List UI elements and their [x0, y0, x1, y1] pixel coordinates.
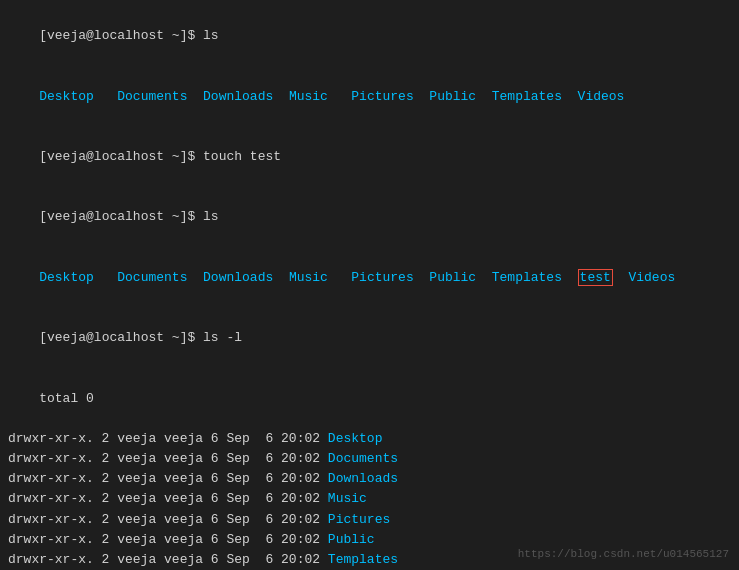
terminal-line: [veeja@localhost ~]$ ls — [8, 6, 731, 66]
terminal-line: drwxr-xr-x. 2 veeja veeja 6 Sep 6 20:02 … — [8, 489, 731, 509]
file-perms: drwxr-xr-x. 2 veeja veeja 6 Sep 6 20:02 — [8, 491, 328, 506]
spacer — [187, 270, 203, 285]
ls-item: Public — [429, 89, 476, 104]
prompt-text: [veeja@localhost ~]$ ls -l — [39, 330, 242, 345]
file-perms: drwxr-xr-x. 2 veeja veeja 6 Sep 6 20:02 — [8, 512, 328, 527]
file-perms: drwxr-xr-x. 2 veeja veeja 6 Sep 6 20:02 — [8, 451, 328, 466]
ls-item: Music — [289, 270, 328, 285]
terminal-line: [veeja@localhost ~]$ ls -l — [8, 308, 731, 368]
spacer — [94, 270, 117, 285]
file-name: Pictures — [328, 512, 390, 527]
watermark: https://blog.csdn.net/u014565127 — [518, 548, 729, 560]
spacer — [273, 89, 289, 104]
spacer — [476, 89, 492, 104]
file-name: Desktop — [328, 431, 383, 446]
file-name: Public — [328, 532, 375, 547]
ls-item: Desktop — [39, 89, 94, 104]
ls-item: Documents — [117, 89, 187, 104]
spacer — [414, 89, 430, 104]
file-perms: drwxr-xr-x. 2 veeja veeja 6 Sep 6 20:02 — [8, 431, 328, 446]
spacer — [328, 89, 351, 104]
spacer — [414, 270, 430, 285]
ls-item: Pictures — [351, 270, 413, 285]
ls-item: Downloads — [203, 89, 273, 104]
terminal-line: Desktop Documents Downloads Music Pictur… — [8, 248, 731, 308]
prompt-text: [veeja@localhost ~]$ ls — [39, 209, 218, 224]
file-name: Templates — [328, 552, 398, 567]
ls-item: Desktop — [39, 270, 94, 285]
ls-item: Downloads — [203, 270, 273, 285]
ls-item-test-highlighted: test — [578, 269, 613, 286]
ls-item: Documents — [117, 270, 187, 285]
terminal-line: total 0 — [8, 369, 731, 429]
prompt-text: [veeja@localhost ~]$ ls — [39, 28, 218, 43]
spacer — [328, 270, 351, 285]
ls-item: Music — [289, 89, 328, 104]
file-name: Music — [328, 491, 367, 506]
ls-item: Videos — [628, 270, 675, 285]
terminal-line: drwxr-xr-x. 2 veeja veeja 6 Sep 6 20:02 … — [8, 510, 731, 530]
prompt-text: [veeja@localhost ~]$ touch test — [39, 149, 281, 164]
spacer — [613, 270, 629, 285]
file-perms: drwxr-xr-x. 2 veeja veeja 6 Sep 6 20:02 — [8, 471, 328, 486]
file-name: Downloads — [328, 471, 398, 486]
ls-item: Public — [429, 270, 476, 285]
file-name: Documents — [328, 451, 398, 466]
total-line: total 0 — [39, 391, 94, 406]
ls-item: Videos — [578, 89, 625, 104]
terminal-line: drwxr-xr-x. 2 veeja veeja 6 Sep 6 20:02 … — [8, 429, 731, 449]
ls-item: Templates — [492, 89, 562, 104]
terminal-line: drwxr-xr-x. 2 veeja veeja 6 Sep 6 20:02 … — [8, 469, 731, 489]
spacer — [187, 89, 203, 104]
terminal-line: drwxr-xr-x. 2 veeja veeja 6 Sep 6 20:02 … — [8, 530, 731, 550]
terminal-line: [veeja@localhost ~]$ touch test — [8, 127, 731, 187]
file-perms: drwxr-xr-x. 2 veeja veeja 6 Sep 6 20:02 — [8, 552, 328, 567]
spacer — [273, 270, 289, 285]
terminal-window: [veeja@localhost ~]$ ls Desktop Document… — [0, 0, 739, 570]
terminal-line: [veeja@localhost ~]$ ls — [8, 187, 731, 247]
spacer — [562, 270, 578, 285]
ls-item: Templates — [492, 270, 562, 285]
terminal-line: Desktop Documents Downloads Music Pictur… — [8, 66, 731, 126]
terminal-line: drwxr-xr-x. 2 veeja veeja 6 Sep 6 20:02 … — [8, 449, 731, 469]
ls-item: Pictures — [351, 89, 413, 104]
file-perms: drwxr-xr-x. 2 veeja veeja 6 Sep 6 20:02 — [8, 532, 328, 547]
spacer — [476, 270, 492, 285]
spacer — [94, 89, 117, 104]
spacer — [562, 89, 578, 104]
